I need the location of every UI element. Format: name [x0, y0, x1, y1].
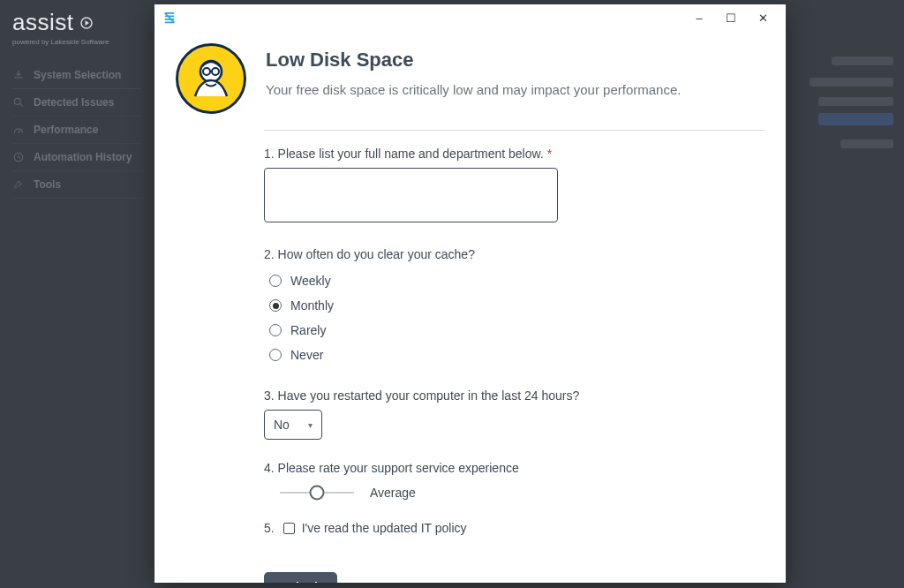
radio-option-rarely[interactable]: Rarely [264, 318, 765, 343]
search-icon [12, 96, 25, 109]
question-1-label: 1. Please list your full name and depart… [264, 147, 765, 161]
question-3: 3. Have you restarted your computer in t… [264, 388, 765, 440]
submit-button[interactable]: Submit [264, 572, 337, 583]
sidebar-item-label: Detected Issues [34, 96, 114, 109]
brand-tagline: powered by Lakeside Software [12, 38, 142, 46]
question-5-number: 5. [264, 521, 275, 535]
radio-icon [269, 324, 282, 336]
radio-label: Monthly [290, 298, 334, 313]
agent-avatar-icon [176, 43, 246, 114]
question-4: 4. Please rate your support service expe… [264, 461, 765, 500]
window-titlebar: – ☐ ✕ [154, 4, 786, 31]
divider [264, 130, 765, 131]
sidebar-item-tools[interactable]: Tools [12, 171, 142, 199]
download-icon [12, 69, 25, 81]
slider-value-label: Average [370, 486, 416, 500]
svg-point-1 [14, 98, 20, 104]
checkbox-label: I've read the updated IT policy [302, 521, 467, 535]
radio-icon [269, 299, 282, 312]
history-icon [12, 151, 25, 163]
rating-slider[interactable] [280, 492, 354, 494]
sidebar-item-label: System Selection [34, 69, 121, 81]
obscured-right-panel [776, 0, 904, 588]
sidebar-item-automation-history[interactable]: Automation History [12, 144, 142, 171]
question-1: 1. Please list your full name and depart… [264, 147, 765, 226]
radio-option-monthly[interactable]: Monthly [264, 293, 765, 318]
question-5: 5. I've read the updated IT policy [264, 521, 765, 535]
app-sidebar: assist powered by Lakeside Software Syst… [0, 0, 154, 588]
wrench-icon [12, 178, 25, 191]
window-maximize-button[interactable]: ☐ [715, 5, 747, 30]
radio-option-weekly[interactable]: Weekly [264, 268, 765, 293]
brand: assist [12, 9, 142, 36]
required-mark: * [547, 147, 552, 161]
radio-label: Rarely [290, 323, 326, 337]
dialog-content: Low Disk Space Your free disk space is c… [154, 31, 786, 583]
slider-thumb-icon [310, 486, 325, 501]
gauge-icon [12, 124, 25, 136]
dialog-subtitle: Your free disk space is critically low a… [266, 82, 681, 97]
radio-option-never[interactable]: Never [264, 343, 765, 367]
window-close-button[interactable]: ✕ [747, 5, 779, 30]
question-2: 2. How often do you clear your cache? We… [264, 247, 765, 367]
restart-select[interactable]: No ▾ [264, 410, 322, 440]
radio-icon [269, 275, 282, 287]
radio-icon [269, 349, 282, 361]
select-value: No [274, 418, 290, 432]
question-4-label: 4. Please rate your support service expe… [264, 461, 765, 475]
name-department-textarea[interactable] [264, 168, 558, 222]
sidebar-item-system-selection[interactable]: System Selection [12, 62, 142, 89]
brand-name: assist [12, 9, 73, 36]
policy-checkbox[interactable] [283, 523, 295, 534]
chevron-down-icon: ▾ [308, 420, 313, 430]
question-3-label: 3. Have you restarted your computer in t… [264, 388, 765, 403]
sidebar-item-label: Tools [34, 178, 61, 191]
window-minimize-button[interactable]: – [683, 5, 715, 30]
survey-form: 1. Please list your full name and depart… [264, 130, 765, 583]
sidebar-item-performance[interactable]: Performance [12, 117, 142, 144]
radio-label: Weekly [290, 274, 331, 288]
survey-dialog-window: – ☐ ✕ Low Disk Space Your free disk spa [154, 4, 786, 583]
dialog-title: Low Disk Space [266, 49, 681, 72]
sidebar-item-detected-issues[interactable]: Detected Issues [12, 89, 142, 117]
app-icon [163, 11, 176, 24]
question-2-label: 2. How often do you clear your cache? [264, 247, 765, 261]
sidebar-item-label: Automation History [34, 151, 132, 163]
radio-label: Never [290, 348, 323, 362]
brand-logo-icon [79, 15, 94, 31]
sidebar-item-label: Performance [34, 124, 98, 136]
